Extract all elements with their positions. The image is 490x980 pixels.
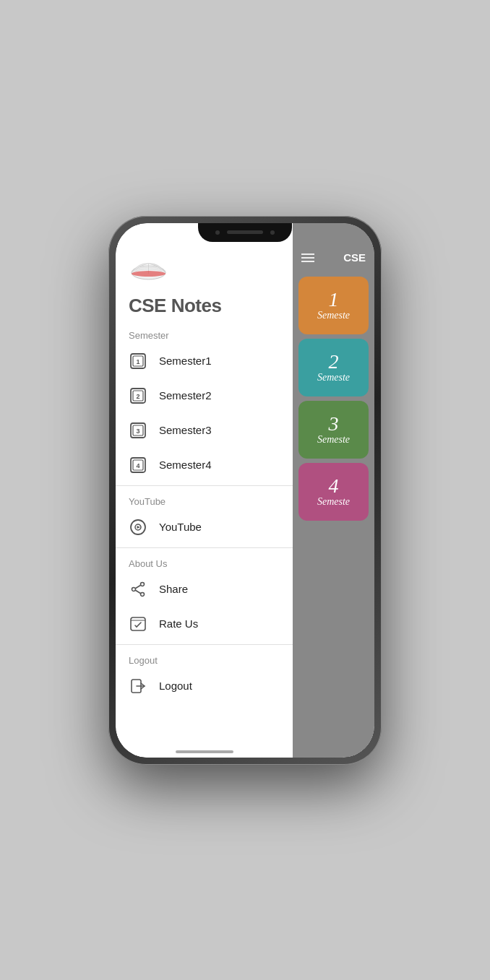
main-panel: CSE 1 Semeste 2 Semeste 3 Semeste — [293, 223, 374, 758]
sem-card-label-3: Semeste — [317, 434, 350, 446]
main-header: CSE — [293, 223, 374, 272]
sem-card-num-3: 3 — [329, 414, 339, 434]
logout-label: Logout — [159, 680, 192, 692]
section-label-youtube: YouTube — [116, 489, 293, 510]
rateus-label: Rate Us — [159, 617, 198, 630]
menu-item-semester1[interactable]: 1 Semester1 — [116, 344, 293, 378]
semester3-label: Semester3 — [159, 424, 212, 436]
home-indicator — [176, 750, 233, 753]
semester2-label: Semester2 — [159, 389, 212, 402]
svg-text:1: 1 — [136, 358, 139, 365]
divider-1 — [116, 485, 293, 486]
book-icon — [129, 255, 168, 287]
youtube-icon — [129, 518, 147, 537]
sem-card-label-4: Semeste — [317, 496, 350, 508]
svg-marker-16 — [137, 526, 141, 529]
main-title: CSE — [343, 251, 369, 264]
section-label-logout: Logout — [116, 648, 293, 669]
rateus-icon — [129, 615, 147, 633]
app-title: CSE Notes — [129, 295, 280, 317]
svg-text:4: 4 — [136, 462, 139, 469]
share-label: Share — [159, 583, 188, 595]
menu-item-semester2[interactable]: 2 Semester2 — [116, 378, 293, 413]
sem-card-label-1: Semeste — [317, 310, 350, 321]
svg-line-20 — [135, 585, 140, 589]
svg-point-18 — [132, 587, 136, 591]
svg-text:2: 2 — [136, 393, 139, 400]
semester-cards: 1 Semeste 2 Semeste 3 Semeste 4 Semeste — [293, 272, 374, 758]
semester-card-1[interactable]: 1 Semeste — [298, 277, 369, 334]
sem-card-num-2: 2 — [329, 352, 339, 372]
semester1-label: Semester1 — [159, 355, 212, 367]
menu-item-share[interactable]: Share — [116, 572, 293, 607]
semester-card-4[interactable]: 4 Semeste — [298, 463, 369, 521]
drawer-header: CSE Notes — [116, 248, 293, 323]
phone-frame: CSE Notes Semester 1 Semester1 — [108, 216, 382, 765]
sem-card-num-1: 1 — [329, 290, 339, 310]
share-icon — [129, 580, 147, 599]
divider-2 — [116, 547, 293, 548]
logout-icon — [129, 677, 147, 695]
sem-card-num-4: 4 — [329, 476, 339, 496]
semester-card-2[interactable]: 2 Semeste — [298, 339, 369, 396]
notch-speaker — [227, 230, 263, 234]
semester4-icon: 4 — [129, 456, 147, 474]
section-label-aboutus: About Us — [116, 551, 293, 572]
hamburger-button[interactable] — [298, 251, 317, 265]
svg-point-19 — [141, 592, 145, 596]
semester-card-3[interactable]: 3 Semeste — [298, 401, 369, 459]
svg-rect-22 — [131, 617, 145, 630]
notch-sensor — [270, 230, 275, 235]
semester3-icon: 3 — [129, 421, 147, 440]
sem-card-label-2: Semeste — [317, 372, 350, 383]
svg-point-17 — [141, 582, 145, 586]
bottom-bar — [116, 746, 293, 758]
youtube-label: YouTube — [159, 521, 202, 533]
semester2-icon: 2 — [129, 386, 147, 405]
drawer: CSE Notes Semester 1 Semester1 — [116, 223, 293, 758]
semester1-icon: 1 — [129, 352, 147, 370]
svg-line-21 — [135, 590, 140, 594]
menu-item-semester4[interactable]: 4 Semester4 — [116, 448, 293, 482]
screen: CSE Notes Semester 1 Semester1 — [116, 223, 374, 758]
notch — [198, 223, 292, 242]
notch-camera — [215, 230, 220, 235]
menu-item-logout[interactable]: Logout — [116, 669, 293, 703]
phone-inner: CSE Notes Semester 1 Semester1 — [116, 223, 374, 758]
svg-point-1 — [132, 271, 166, 277]
divider-3 — [116, 644, 293, 645]
menu-item-youtube[interactable]: YouTube — [116, 510, 293, 545]
menu-item-rateus[interactable]: Rate Us — [116, 607, 293, 641]
svg-text:3: 3 — [136, 428, 139, 435]
menu-item-semester3[interactable]: 3 Semester3 — [116, 413, 293, 448]
semester4-label: Semester4 — [159, 459, 212, 471]
section-label-semester: Semester — [116, 323, 293, 344]
